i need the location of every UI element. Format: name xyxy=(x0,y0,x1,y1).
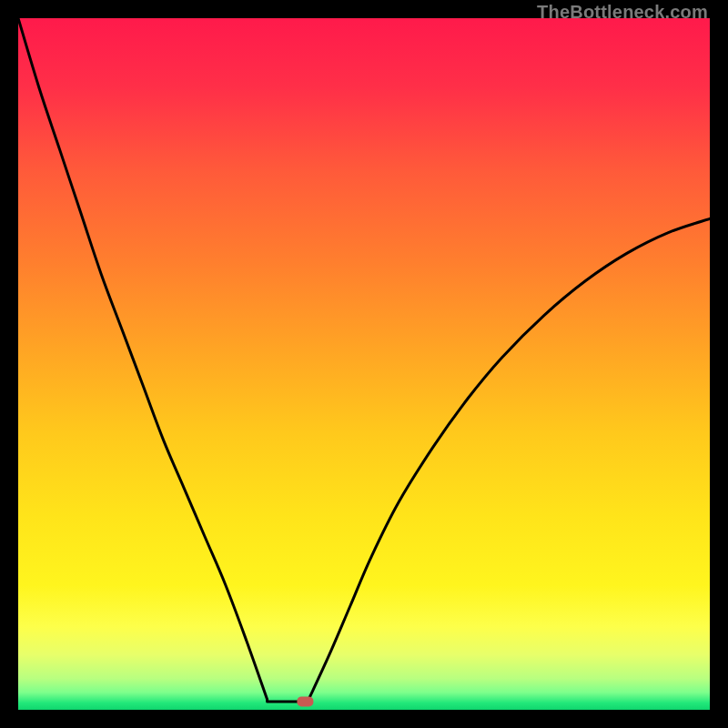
bottleneck-chart xyxy=(18,18,710,710)
chart-frame xyxy=(18,18,710,710)
watermark-text: TheBottleneck.com xyxy=(537,2,708,23)
gradient-background xyxy=(18,18,710,710)
optimal-point-marker xyxy=(297,696,313,706)
